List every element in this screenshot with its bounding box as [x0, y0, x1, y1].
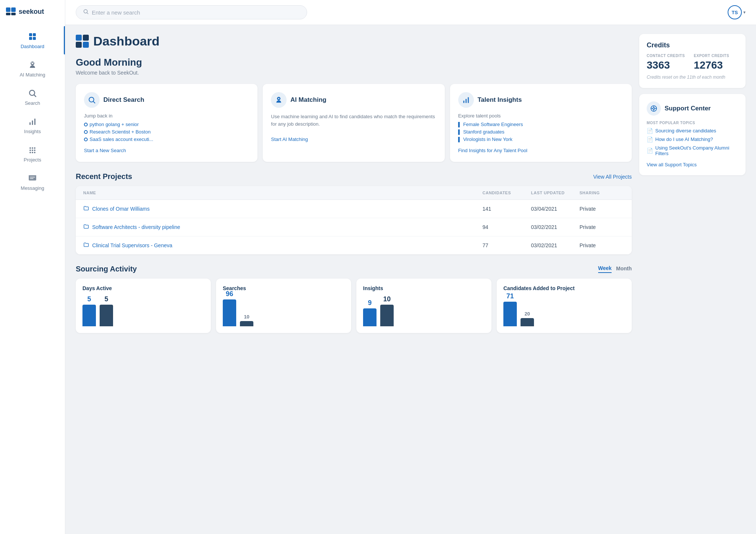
sidebar-label-search: Search	[25, 100, 40, 106]
header: Enter a new search TS ▾	[65, 0, 756, 25]
bar-value-insights-1: 10	[383, 295, 391, 303]
bar-group-insights-1: 10	[380, 295, 394, 326]
sidebar-item-insights[interactable]: Insights	[0, 111, 65, 139]
title-icon-sq3	[76, 42, 82, 48]
support-link-0[interactable]: 📄 Sourcing diverse candidates	[647, 128, 738, 134]
svg-point-22	[34, 150, 35, 151]
ai-matching-icon-circle	[271, 92, 287, 108]
talent-insight-link-0[interactable]: ▌ Female Software Engineers	[458, 122, 624, 127]
project-candidates-2: 77	[482, 242, 531, 248]
export-credits-label: EXPORT CREDITS	[694, 54, 729, 58]
th-candidates: CANDIDATES	[482, 191, 531, 195]
talent-insights-card: Talent Insights Explore talent pools ▌ F…	[450, 84, 632, 162]
talent-insight-link-2[interactable]: ▌ Virologists in New York	[458, 136, 624, 142]
ai-matching-icon	[27, 60, 38, 70]
sidebar-item-ai-matching[interactable]: AI Matching	[0, 54, 65, 83]
bar-area-candidates: 71 20	[503, 296, 625, 326]
activity-card-insights: Insights 9 10	[356, 279, 491, 333]
activity-card-days-active: Days Active 5 5	[76, 279, 211, 333]
sourcing-activity-section: Sourcing Activity Week Month Days Active…	[76, 265, 632, 333]
main-content: Enter a new search TS ▾ Dashboard	[65, 0, 756, 534]
project-name-2[interactable]: Clinical Trial Supervisors - Geneva	[92, 242, 172, 248]
view-all-support-link[interactable]: View all Support Topics	[647, 162, 697, 167]
support-link-2[interactable]: 📄 Using SeekOut's Company Alumni Filters	[647, 145, 738, 156]
title-icon-sq1	[76, 35, 82, 41]
talent-insight-link-1[interactable]: ▌ Stanford graduates	[458, 129, 624, 135]
talent-insights-icon-circle	[458, 92, 474, 108]
direct-search-link-1[interactable]: Research Scientist + Boston	[84, 129, 249, 135]
th-name: NAME	[83, 191, 482, 195]
project-updated-2: 03/02/2021	[531, 242, 580, 248]
direct-search-card-header: Direct Search	[84, 92, 249, 108]
svg-line-13	[34, 95, 36, 97]
messaging-icon	[27, 173, 38, 183]
svg-rect-6	[29, 37, 32, 40]
direct-search-card-title: Direct Search	[103, 96, 144, 104]
svg-rect-14	[29, 122, 31, 125]
user-avatar[interactable]: TS	[728, 5, 742, 19]
credits-reset-note: Credits reset on the 11th of each month	[647, 74, 738, 81]
talent-insights-card-title: Talent Insights	[478, 96, 522, 104]
bar-value-candidates-0: 71	[506, 292, 514, 300]
logo[interactable]: seekout	[0, 7, 65, 16]
search-circle-icon-0	[84, 123, 88, 126]
greeting-sub: Welcome back to SeekOut.	[76, 70, 632, 76]
credits-title: Credits	[647, 41, 738, 49]
user-menu[interactable]: TS ▾	[728, 5, 746, 19]
sidebar-label-messaging: Messaging	[21, 185, 44, 191]
bar-value-days-0: 5	[87, 295, 91, 303]
sidebar-item-messaging[interactable]: Messaging	[0, 168, 65, 196]
direct-search-link-0[interactable]: python golang + senior	[84, 122, 249, 127]
bar-icon-2: ▌	[458, 137, 462, 142]
period-week-btn[interactable]: Week	[598, 265, 612, 273]
project-sharing-0: Private	[580, 206, 624, 212]
greeting-section: Good Morning Welcome back to SeekOut.	[76, 57, 632, 76]
direct-search-jump-label: Jump back in	[84, 113, 249, 119]
ai-matching-action[interactable]: Start AI Matching	[271, 136, 308, 142]
right-column: Credits CONTACT CREDITS 3363 EXPORT CRED…	[639, 34, 746, 525]
period-toggle: Week Month	[598, 265, 632, 273]
support-links: 📄 Sourcing diverse candidates 📄 How do I…	[647, 128, 738, 156]
sidebar: seekout Dashboard AI Matching	[0, 0, 65, 534]
bar-group-days-1: 5	[100, 295, 113, 326]
project-updated-1: 03/02/2021	[531, 224, 580, 230]
export-credits-value: 12763	[694, 59, 729, 71]
doc-icon-2: 📄	[647, 148, 653, 154]
talent-insights-action[interactable]: Find Insights for Any Talent Pool	[458, 148, 527, 153]
bar-value-candidates-sub: 20	[525, 311, 530, 317]
dashboard-icon	[27, 31, 38, 42]
direct-search-links: python golang + senior Research Scientis…	[84, 122, 249, 142]
svg-rect-16	[34, 119, 35, 125]
sidebar-item-search[interactable]: Search	[0, 83, 65, 111]
search-circle-icon-1	[84, 130, 88, 134]
direct-search-card: Direct Search Jump back in python golang…	[76, 84, 257, 162]
svg-line-29	[93, 101, 95, 103]
folder-icon-2	[83, 242, 89, 249]
dashboard-title-icon	[76, 35, 89, 48]
ai-matching-card: AI Matching Use machine learning and AI …	[263, 84, 444, 162]
direct-search-link-2[interactable]: SaaS sales account executi...	[84, 136, 249, 142]
project-name-cell-0: Clones of Omar Williams	[83, 205, 482, 213]
view-all-projects-link[interactable]: View All Projects	[593, 174, 632, 180]
project-name-1[interactable]: Software Architects - diversity pipeline	[92, 224, 180, 230]
support-link-1[interactable]: 📄 How do I use AI Matching?	[647, 136, 738, 142]
sidebar-item-dashboard[interactable]: Dashboard	[0, 26, 65, 54]
talent-insights-links: ▌ Female Software Engineers ▌ Stanford g…	[458, 122, 624, 142]
bar-area-insights: 9 10	[363, 296, 485, 326]
sidebar-item-projects[interactable]: Projects	[0, 139, 65, 168]
svg-rect-0	[6, 7, 10, 12]
svg-rect-15	[32, 120, 33, 125]
project-name-0[interactable]: Clones of Omar Williams	[92, 206, 150, 212]
support-header: Support Center	[647, 101, 738, 116]
recent-projects-title: Recent Projects	[76, 172, 132, 181]
period-month-btn[interactable]: Month	[616, 266, 632, 273]
svg-point-19	[34, 147, 35, 149]
activity-card-title-days: Days Active	[82, 285, 204, 291]
bar-days-1	[100, 305, 113, 326]
search-bar[interactable]: Enter a new search	[76, 5, 307, 19]
page-title: Dashboard	[93, 34, 160, 48]
bar-insights-1	[380, 305, 394, 326]
direct-search-action[interactable]: Start a New Search	[84, 148, 126, 153]
project-name-cell-2: Clinical Trial Supervisors - Geneva	[83, 242, 482, 249]
project-name-cell-1: Software Architects - diversity pipeline	[83, 223, 482, 231]
